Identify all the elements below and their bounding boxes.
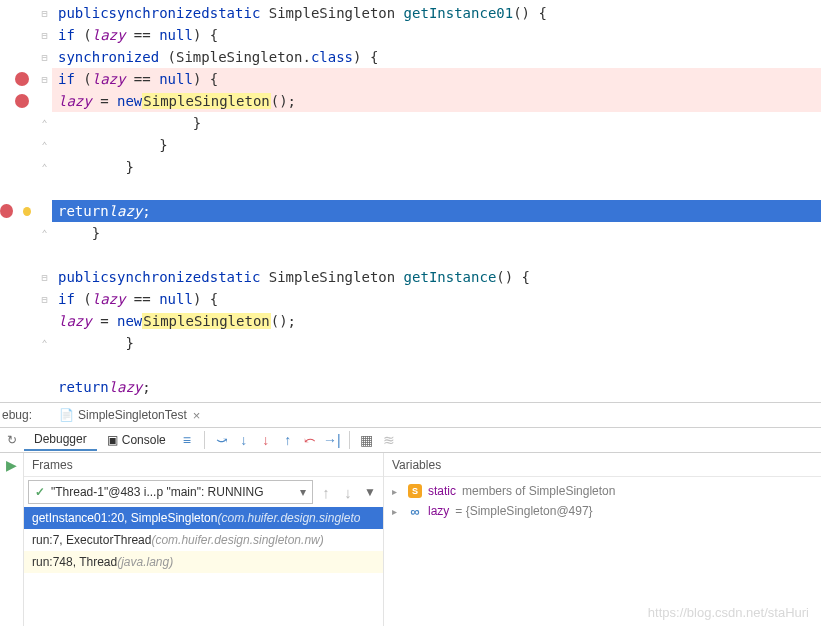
debugger-tab[interactable]: Debugger xyxy=(24,429,97,451)
gutter-line[interactable] xyxy=(0,134,37,156)
debug-panels: ▶ Frames ✓ "Thread-1"@483 i...p "main": … xyxy=(0,452,821,626)
step-out-icon[interactable]: ↑ xyxy=(277,429,299,451)
code-line[interactable]: if (lazy == null) { xyxy=(52,24,821,46)
breakpoint-icon[interactable] xyxy=(0,204,13,218)
trace-icon[interactable]: ≋ xyxy=(378,429,400,451)
code-area[interactable]: public synchronized static SimpleSinglet… xyxy=(52,0,821,402)
gutter-line[interactable] xyxy=(0,310,37,332)
code-line[interactable]: lazy = new SimpleSingleton(); xyxy=(52,310,821,332)
variable-row[interactable]: ▸Sstatic members of SimpleSingleton xyxy=(392,481,813,501)
fold-marker[interactable]: ⊟ xyxy=(38,2,51,24)
resume-icon[interactable]: ▶ xyxy=(0,453,22,477)
gutter-line[interactable] xyxy=(0,244,37,266)
fold-marker[interactable] xyxy=(38,178,51,200)
stack-frame[interactable]: run:748, Thread (java.lang) xyxy=(24,551,383,573)
fold-marker[interactable]: ⊟ xyxy=(38,24,51,46)
code-line[interactable] xyxy=(52,354,821,376)
fold-marker[interactable] xyxy=(38,354,51,376)
console-tab[interactable]: ▣ Console xyxy=(97,430,176,450)
code-line[interactable]: public synchronized static SimpleSinglet… xyxy=(52,2,821,24)
fold-column: ⊟⊟⊟⊟⌃⌃⌃⌃⊟⊟⌃ xyxy=(38,0,52,402)
gutter-line[interactable] xyxy=(0,332,37,354)
gutter-line[interactable] xyxy=(0,200,37,222)
gutter-line[interactable] xyxy=(0,46,37,68)
code-line[interactable]: } xyxy=(52,134,821,156)
gutter-line[interactable] xyxy=(0,68,37,90)
frames-title: Frames xyxy=(32,458,73,472)
run-config-tab[interactable]: 📄 SimpleSingletonTest × xyxy=(50,405,209,426)
code-line[interactable]: lazy = new SimpleSingleton(); xyxy=(52,90,821,112)
fold-marker[interactable] xyxy=(38,90,51,112)
code-line[interactable]: } xyxy=(52,112,821,134)
gutter-line[interactable] xyxy=(0,90,37,112)
var-value: members of SimpleSingleton xyxy=(462,484,615,498)
force-step-into-icon[interactable]: ↓ xyxy=(255,429,277,451)
stack-frame[interactable]: run:7, ExecutorThread (com.huifer.design… xyxy=(24,529,383,551)
breakpoint-icon[interactable] xyxy=(15,94,29,108)
gutter-line[interactable] xyxy=(0,288,37,310)
close-icon[interactable]: × xyxy=(193,408,201,423)
fold-marker[interactable]: ⊟ xyxy=(38,46,51,68)
fold-marker[interactable]: ⌃ xyxy=(38,222,51,244)
gutter-line[interactable] xyxy=(0,354,37,376)
var-name: lazy xyxy=(428,504,449,518)
code-line[interactable]: } xyxy=(52,156,821,178)
thread-selector[interactable]: ✓ "Thread-1"@483 i...p "main": RUNNING ▾ xyxy=(28,480,313,504)
code-line[interactable]: if (lazy == null) { xyxy=(52,288,821,310)
fold-marker[interactable] xyxy=(38,376,51,398)
debug-toolbar: ↻ Debugger ▣ Console ≡ ⤻ ↓ ↓ ↑ ⤺ →| ▦ ≋ xyxy=(0,427,821,452)
variables-title: Variables xyxy=(392,458,441,472)
tab-label: Console xyxy=(122,433,166,447)
gutter-line[interactable] xyxy=(0,376,37,398)
fold-marker[interactable] xyxy=(38,244,51,266)
fold-marker[interactable] xyxy=(38,310,51,332)
stack-frame[interactable]: getInstance01:20, SimpleSingleton (com.h… xyxy=(24,507,383,529)
frame-package: (com.huifer.design.singleton.nw) xyxy=(151,533,323,547)
code-line[interactable] xyxy=(52,244,821,266)
fold-marker[interactable]: ⊟ xyxy=(38,266,51,288)
gutter-line[interactable] xyxy=(0,156,37,178)
drop-frame-icon[interactable]: ⤺ xyxy=(299,429,321,451)
frame-package: (java.lang) xyxy=(117,555,173,569)
code-line[interactable]: public synchronized static SimpleSinglet… xyxy=(52,266,821,288)
fold-marker[interactable]: ⌃ xyxy=(38,332,51,354)
step-over-icon[interactable]: ⤻ xyxy=(211,429,233,451)
frames-controls: ✓ "Thread-1"@483 i...p "main": RUNNING ▾… xyxy=(24,477,383,507)
tab-label: Debugger xyxy=(34,432,87,446)
restart-icon[interactable]: ↻ xyxy=(0,428,24,452)
filter-icon[interactable]: ▼ xyxy=(361,485,379,499)
gutter-line[interactable] xyxy=(0,24,37,46)
gutter-line[interactable] xyxy=(0,266,37,288)
var-value: = {SimpleSingleton@497} xyxy=(455,504,592,518)
code-line[interactable]: } xyxy=(52,222,821,244)
var-kind-icon: ∞ xyxy=(408,504,422,518)
thread-name: "Thread-1"@483 i...p "main": RUNNING xyxy=(51,485,264,499)
gutter-line[interactable] xyxy=(0,2,37,24)
expand-icon[interactable]: ▸ xyxy=(392,506,402,517)
step-into-icon[interactable]: ↓ xyxy=(233,429,255,451)
code-line[interactable]: } xyxy=(52,332,821,354)
evaluate-icon[interactable]: ▦ xyxy=(356,429,378,451)
fold-marker[interactable]: ⌃ xyxy=(38,134,51,156)
code-line[interactable]: if (lazy == null) { xyxy=(52,68,821,90)
code-line[interactable]: return lazy; xyxy=(52,376,821,398)
code-line[interactable] xyxy=(52,178,821,200)
gutter-line[interactable] xyxy=(0,178,37,200)
run-to-cursor-icon[interactable]: →| xyxy=(321,429,343,451)
threads-icon[interactable]: ≡ xyxy=(176,429,198,451)
fold-marker[interactable] xyxy=(38,200,51,222)
gutter-line[interactable] xyxy=(0,222,37,244)
expand-icon[interactable]: ▸ xyxy=(392,486,402,497)
next-frame-icon[interactable]: ↓ xyxy=(339,484,357,501)
debug-tabs-row: ebug: 📄 SimpleSingletonTest × xyxy=(0,402,821,427)
breakpoint-icon[interactable] xyxy=(15,72,29,86)
gutter-line[interactable] xyxy=(0,112,37,134)
fold-marker[interactable]: ⊟ xyxy=(38,68,51,90)
prev-frame-icon[interactable]: ↑ xyxy=(317,484,335,501)
fold-marker[interactable]: ⌃ xyxy=(38,112,51,134)
fold-marker[interactable]: ⌃ xyxy=(38,156,51,178)
code-line[interactable]: return lazy; xyxy=(52,200,821,222)
variable-row[interactable]: ▸∞lazy = {SimpleSingleton@497} xyxy=(392,501,813,521)
fold-marker[interactable]: ⊟ xyxy=(38,288,51,310)
code-line[interactable]: synchronized (SimpleSingleton.class) { xyxy=(52,46,821,68)
